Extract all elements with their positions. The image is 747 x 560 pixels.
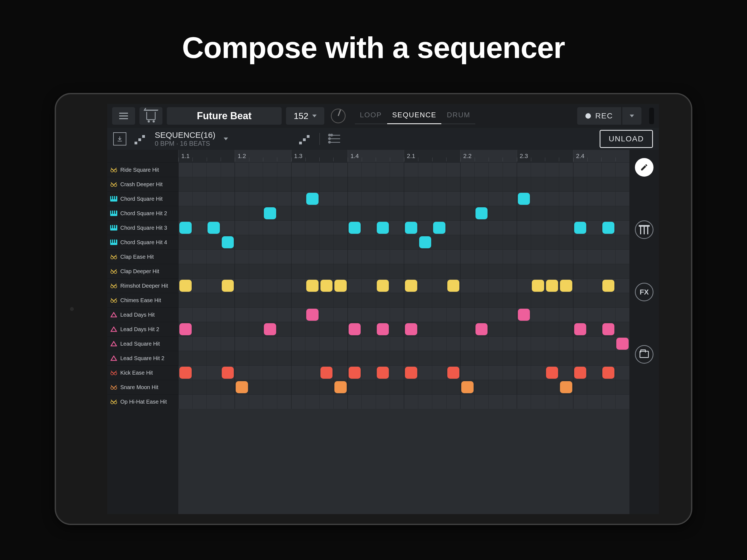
grid-cell[interactable] — [545, 163, 559, 177]
grid-cell[interactable] — [305, 279, 319, 293]
grid-cell[interactable] — [488, 192, 503, 206]
grid-cell[interactable] — [559, 177, 573, 192]
grid-cell[interactable] — [601, 206, 616, 221]
grid-cell[interactable] — [235, 293, 249, 307]
note[interactable] — [447, 280, 460, 292]
grid-cell[interactable] — [418, 394, 432, 409]
grid-cell[interactable] — [460, 163, 474, 177]
grid-cell[interactable] — [503, 221, 517, 235]
track-row[interactable]: Lead Days Hit 2 — [107, 322, 178, 336]
grid-cell[interactable] — [474, 206, 489, 221]
note[interactable] — [475, 323, 488, 335]
grid-cell[interactable] — [376, 365, 390, 380]
grid-cell[interactable] — [361, 192, 376, 206]
grid-cell[interactable] — [531, 250, 545, 264]
grid-cell[interactable] — [545, 308, 559, 322]
grid-cell[interactable] — [178, 308, 192, 322]
grid-cell[interactable] — [376, 250, 390, 264]
grid-row[interactable] — [178, 365, 629, 380]
grid-cell[interactable] — [545, 279, 559, 293]
grid-cell[interactable] — [319, 365, 334, 380]
grid-cell[interactable] — [192, 206, 207, 221]
grid-cell[interactable] — [531, 264, 545, 278]
grid-cell[interactable] — [573, 177, 587, 192]
grid-cell[interactable] — [249, 322, 263, 336]
grid-cell[interactable] — [192, 163, 207, 177]
grid-cell[interactable] — [277, 351, 291, 365]
grid-cell[interactable] — [559, 192, 573, 206]
grid-cell[interactable] — [488, 337, 503, 351]
grid-row[interactable] — [178, 322, 629, 336]
grid-cell[interactable] — [587, 264, 601, 278]
grid-row[interactable] — [178, 206, 629, 221]
grid-cell[interactable] — [615, 221, 629, 235]
grid-cell[interactable] — [390, 221, 404, 235]
grid-cell[interactable] — [277, 308, 291, 322]
grid-cell[interactable] — [333, 250, 347, 264]
grid-cell[interactable] — [305, 394, 319, 409]
grid-cell[interactable] — [206, 365, 221, 380]
track-row[interactable]: Chord Square Hit 3 — [107, 221, 178, 235]
grid-cell[interactable] — [432, 380, 446, 394]
grid-cell[interactable] — [376, 337, 390, 351]
grid-cell[interactable] — [418, 206, 432, 221]
note[interactable] — [518, 309, 530, 321]
grid-cell[interactable] — [263, 337, 277, 351]
note[interactable] — [222, 367, 234, 379]
grid-cell[interactable] — [460, 279, 474, 293]
grid-cell[interactable] — [333, 365, 347, 380]
grid-cell[interactable] — [587, 293, 601, 307]
grid-cell[interactable] — [545, 322, 559, 336]
grid-cell[interactable] — [545, 394, 559, 409]
grid-cell[interactable] — [460, 250, 474, 264]
grid-cell[interactable] — [361, 177, 376, 192]
grid-cell[interactable] — [206, 293, 221, 307]
grid-cell[interactable] — [418, 250, 432, 264]
grid-cell[interactable] — [474, 308, 489, 322]
grid-cell[interactable] — [206, 380, 221, 394]
note[interactable] — [377, 280, 389, 292]
note[interactable] — [546, 367, 558, 379]
grid-cell[interactable] — [376, 221, 390, 235]
grid-cell[interactable] — [361, 351, 376, 365]
grid-cell[interactable] — [263, 206, 277, 221]
library-button[interactable] — [635, 345, 653, 364]
grid-cell[interactable] — [488, 235, 503, 249]
grid-cell[interactable] — [263, 163, 277, 177]
grid-cell[interactable] — [390, 351, 404, 365]
grid-cell[interactable] — [545, 235, 559, 249]
grid-cell[interactable] — [432, 279, 446, 293]
grid-cell[interactable] — [347, 308, 362, 322]
grid-cell[interactable] — [221, 380, 235, 394]
note[interactable] — [179, 222, 192, 234]
note[interactable] — [602, 280, 615, 292]
grid-cell[interactable] — [347, 221, 362, 235]
grid-cell[interactable] — [601, 394, 616, 409]
grid-cell[interactable] — [178, 279, 192, 293]
grid-cell[interactable] — [221, 322, 235, 336]
grid-cell[interactable] — [573, 293, 587, 307]
grid-row[interactable] — [178, 394, 629, 409]
grid-cell[interactable] — [249, 177, 263, 192]
grid-cell[interactable] — [404, 177, 418, 192]
track-row[interactable]: Chord Square Hit — [107, 192, 178, 206]
grid-cell[interactable] — [333, 221, 347, 235]
grid-cell[interactable] — [206, 264, 221, 278]
grid-cell[interactable] — [488, 163, 503, 177]
grid-row[interactable] — [178, 192, 629, 206]
grid-cell[interactable] — [277, 221, 291, 235]
grid-cell[interactable] — [587, 337, 601, 351]
grid-cell[interactable] — [263, 177, 277, 192]
grid-cell[interactable] — [488, 322, 503, 336]
grid-cell[interactable] — [347, 235, 362, 249]
grid-cell[interactable] — [587, 163, 601, 177]
ruler-segment[interactable]: 1.4 — [347, 150, 404, 162]
grid-cell[interactable] — [418, 293, 432, 307]
grid-cell[interactable] — [446, 250, 460, 264]
grid-cell[interactable] — [291, 351, 305, 365]
grid-cell[interactable] — [305, 293, 319, 307]
grid-cell[interactable] — [390, 264, 404, 278]
grid-cell[interactable] — [235, 351, 249, 365]
grid-cell[interactable] — [206, 279, 221, 293]
grid-cell[interactable] — [559, 394, 573, 409]
